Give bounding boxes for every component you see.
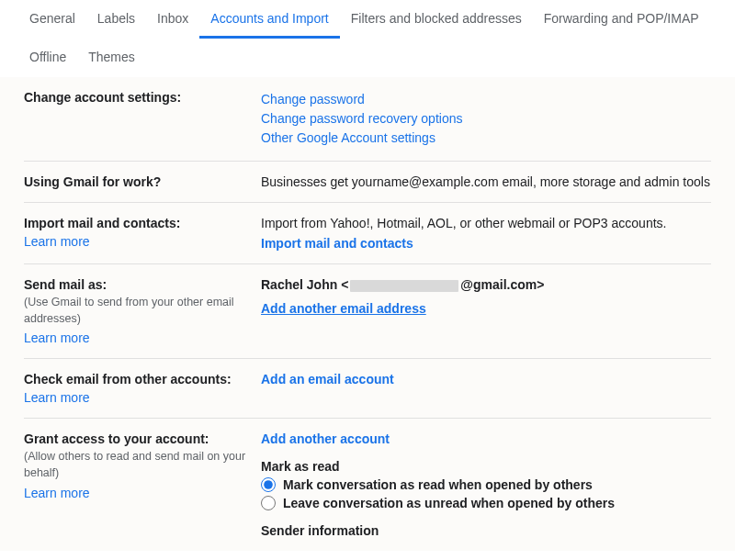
link-add-another-email[interactable]: Add another email address bbox=[261, 301, 426, 316]
tab-labels[interactable]: Labels bbox=[86, 0, 146, 39]
import-mail-learn-more[interactable]: Learn more bbox=[24, 234, 250, 249]
send-mail-as-learn-more[interactable]: Learn more bbox=[24, 330, 250, 345]
radio-mark-as-read[interactable] bbox=[261, 477, 276, 492]
redacted-email bbox=[350, 280, 458, 292]
check-email-learn-more[interactable]: Learn more bbox=[24, 390, 250, 405]
tab-offline[interactable]: Offline bbox=[18, 39, 77, 77]
send-mail-as-identity: Rachel John <@gmail.com> bbox=[261, 277, 711, 292]
settings-content: Change account settings: Change password… bbox=[0, 77, 735, 551]
mark-as-read-heading: Mark as read bbox=[261, 459, 711, 474]
gmail-work-desc: Businesses get yourname@example.com emai… bbox=[261, 174, 711, 189]
section-check-email: Check email from other accounts: Learn m… bbox=[24, 359, 711, 419]
tab-inbox[interactable]: Inbox bbox=[146, 0, 199, 39]
grant-access-subtitle: (Allow others to read and send mail on y… bbox=[24, 448, 250, 481]
import-mail-title: Import mail and contacts: bbox=[24, 216, 180, 230]
check-email-title: Check email from other accounts: bbox=[24, 372, 232, 386]
radio-leave-unread-label: Leave conversation as unread when opened… bbox=[283, 496, 615, 510]
link-import-mail-contacts[interactable]: Import mail and contacts bbox=[261, 236, 413, 251]
tab-accounts-and-import[interactable]: Accounts and Import bbox=[199, 0, 339, 39]
settings-tabs-row1: General Labels Inbox Accounts and Import… bbox=[0, 0, 735, 39]
grant-access-title: Grant access to your account: bbox=[24, 431, 209, 446]
grant-access-learn-more[interactable]: Learn more bbox=[24, 486, 250, 500]
radio-leave-unread[interactable] bbox=[261, 496, 276, 510]
sender-information-heading: Sender information bbox=[261, 523, 711, 538]
change-account-title: Change account settings: bbox=[24, 90, 181, 105]
section-grant-access: Grant access to your account: (Allow oth… bbox=[24, 419, 711, 551]
import-mail-desc: Import from Yahoo!, Hotmail, AOL, or oth… bbox=[261, 216, 711, 230]
radio-mark-as-read-label: Mark conversation as read when opened by… bbox=[283, 477, 593, 492]
link-change-password[interactable]: Change password bbox=[261, 90, 711, 109]
link-add-email-account[interactable]: Add an email account bbox=[261, 372, 394, 386]
section-send-mail-as: Send mail as: (Use Gmail to send from yo… bbox=[24, 264, 711, 359]
section-change-account: Change account settings: Change password… bbox=[24, 77, 711, 162]
gmail-work-title: Using Gmail for work? bbox=[24, 174, 161, 189]
link-other-google-settings[interactable]: Other Google Account settings bbox=[261, 129, 711, 148]
link-password-recovery[interactable]: Change password recovery options bbox=[261, 109, 711, 129]
send-mail-as-subtitle: (Use Gmail to send from your other email… bbox=[24, 294, 250, 327]
section-import-mail: Import mail and contacts: Learn more Imp… bbox=[24, 203, 711, 264]
link-add-another-account[interactable]: Add another account bbox=[261, 431, 390, 446]
send-mail-as-title: Send mail as: bbox=[24, 277, 107, 292]
tab-filters[interactable]: Filters and blocked addresses bbox=[340, 0, 533, 39]
settings-tabs-row2: Offline Themes bbox=[0, 39, 735, 77]
section-gmail-work: Using Gmail for work? Businesses get you… bbox=[24, 162, 711, 203]
tab-general[interactable]: General bbox=[18, 0, 86, 39]
tab-forwarding[interactable]: Forwarding and POP/IMAP bbox=[533, 0, 710, 39]
tab-themes[interactable]: Themes bbox=[77, 39, 146, 77]
